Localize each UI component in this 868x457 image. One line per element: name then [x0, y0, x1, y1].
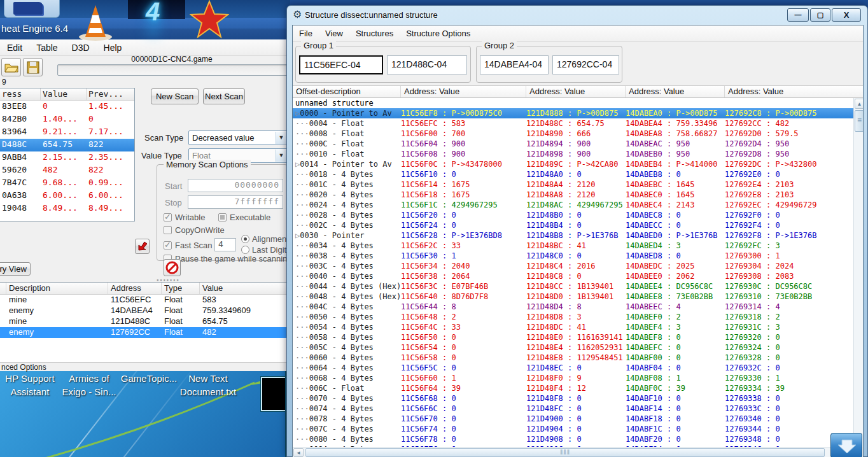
- fast-scan-alignment-field[interactable]: 4: [214, 238, 236, 251]
- address-list-header[interactable]: Description Address Type Value: [0, 283, 290, 295]
- structure-row-0028[interactable]: ···0028 - 4 Bytes11C56F20 : 0121D48B0 : …: [293, 210, 853, 220]
- tree-expand-icon[interactable]: ▷: [295, 109, 300, 118]
- structure-row-0068[interactable]: ···0068 - 4 Bytes11C56F60 : 1121D48F0 : …: [293, 373, 853, 383]
- start-address-field[interactable]: 00000000: [188, 179, 283, 192]
- maximize-button[interactable]: ▢: [810, 8, 830, 22]
- structure-row-0074[interactable]: ···0074 - 4 Bytes11C56F6C : 0121D48FC : …: [293, 404, 853, 414]
- scan-type-dropdown[interactable]: Decreased value ▼: [188, 130, 288, 145]
- group2-address-field-1[interactable]: 14DABEA4-04: [480, 55, 549, 74]
- structure-root-node[interactable]: unnamed structure: [293, 98, 853, 108]
- structure-row-0018[interactable]: ···0018 - 4 Bytes11C56F10 : 0121D48A0 : …: [293, 169, 853, 179]
- tree-expand-icon[interactable]: ▷: [295, 160, 300, 169]
- column-header-value[interactable]: Value: [41, 88, 87, 100]
- scan-result-row[interactable]: 9ABB42.15...2.35...: [0, 151, 134, 164]
- structure-row-0024[interactable]: ···0024 - 4 Bytes11C56F1C : 429496729512…: [293, 200, 853, 210]
- column-header-value[interactable]: Value: [200, 283, 288, 294]
- scan-result-row[interactable]: D488C654.75822: [0, 139, 134, 151]
- structure-row-0080[interactable]: ···0080 - 4 Bytes11C56F78 : 0121D4908 : …: [293, 434, 853, 444]
- dissect-column-header-2[interactable]: Address: Value: [526, 86, 626, 97]
- desktop-shortcut-label[interactable]: Armies ofExigo - Sin...: [62, 372, 116, 398]
- structure-row-0000[interactable]: ▷0000 - Pointer to Av11C56EF8 : P->00D87…: [293, 108, 853, 118]
- address-list-row[interactable]: mine121D488CFloat654.75: [0, 316, 290, 327]
- group1-address-field-2[interactable]: 121D488C-04: [387, 55, 467, 74]
- next-scan-button[interactable]: Next Scan: [203, 88, 245, 104]
- column-header-description[interactable]: Description: [6, 283, 108, 294]
- scan-result-row[interactable]: 839649.21...7.17...: [0, 126, 134, 139]
- ce-menu-edit[interactable]: Edit: [0, 43, 29, 53]
- copyonwrite-checkbox[interactable]: [164, 226, 172, 234]
- column-header-address[interactable]: ress: [0, 88, 41, 100]
- structure-row-0070[interactable]: ···0070 - 4 Bytes11C56F68 : 0121D48F8 : …: [293, 393, 853, 404]
- structure-row-0048[interactable]: ···0048 - 4 Bytes (Hex)11C56F40 : 8D76D7…: [293, 292, 853, 302]
- dissect-column-header-1[interactable]: Address: Value: [401, 86, 526, 97]
- dissect-menu-structure-options[interactable]: Structure Options: [400, 29, 477, 38]
- writable-checkbox[interactable]: [164, 213, 172, 221]
- stop-address-field[interactable]: 7fffffff: [188, 195, 283, 209]
- structure-row-0008[interactable]: ···0008 - Float11C56F00 : 700121D4890 : …: [293, 129, 853, 139]
- scan-result-row[interactable]: 0A6386.00...6.00...: [0, 190, 134, 202]
- column-header-type[interactable]: Type: [162, 283, 200, 294]
- structure-tree[interactable]: unnamed structure ▷0000 - Pointer to Av1…: [293, 98, 853, 447]
- cheat-engine-titlebar[interactable]: heat Engine 6.4: [0, 18, 290, 39]
- dissect-titlebar[interactable]: ⚙ Structure dissect:unnamed structure — …: [287, 6, 867, 25]
- scroll-up-button[interactable]: ▲: [855, 99, 864, 109]
- fast-scan-checkbox[interactable]: [164, 241, 172, 250]
- vertical-scrollbar[interactable]: ▲: [853, 98, 864, 447]
- address-list-row[interactable]: mine11C56EFCFloat583: [0, 295, 290, 306]
- blue-4-icon[interactable]: 4: [128, 0, 185, 19]
- structure-row-003C[interactable]: ···003C - 4 Bytes11C56F34 : 2040121D48C4…: [293, 261, 853, 271]
- change-pointer-button[interactable]: [135, 239, 150, 254]
- dropdown-arrow-icon[interactable]: ▼: [276, 132, 286, 144]
- structure-row-000C[interactable]: ···000C - Float11C56F04 : 900121D4894 : …: [293, 139, 853, 149]
- ce-menu-help[interactable]: Help: [97, 43, 129, 53]
- column-header-address[interactable]: Address: [108, 283, 162, 294]
- dissect-column-header-4[interactable]: Address: Value: [725, 86, 864, 97]
- save-button[interactable]: [23, 58, 43, 76]
- vlc-cone-icon[interactable]: [78, 4, 113, 41]
- scan-result-row[interactable]: 842B01.40...0: [0, 113, 134, 126]
- dissect-column-header-0[interactable]: Offset-description: [293, 86, 401, 97]
- structure-row-0058[interactable]: ···0058 - 4 Bytes11C56F50 : 0121D48E0 : …: [293, 332, 853, 342]
- scan-result-row[interactable]: 59620482822: [0, 164, 134, 177]
- structure-row-006C[interactable]: ···006C - Float11C56F64 : 39121D48F4 : 1…: [293, 383, 853, 393]
- structure-row-0030[interactable]: ▷0030 - Pointer11C56F28 : P->1E376BD8121…: [293, 230, 853, 241]
- last-digits-radio[interactable]: [241, 246, 249, 254]
- dissect-column-header-3[interactable]: Address: Value: [626, 86, 725, 97]
- structure-row-0064[interactable]: ···0064 - 4 Bytes11C56F5C : 0121D48EC : …: [293, 363, 853, 373]
- address-row-active-cell[interactable]: [0, 327, 6, 338]
- structure-row-0054[interactable]: ···0054 - 4 Bytes11C56F4C : 33121D48DC :…: [293, 322, 853, 332]
- structure-row-004C[interactable]: ···004C - 4 Bytes11C56F44 : 8121D48D4 : …: [293, 302, 853, 312]
- dissect-menu-view[interactable]: View: [319, 29, 349, 38]
- desktop-shortcut-label[interactable]: New TextDocument.txt: [180, 372, 236, 398]
- close-button[interactable]: X: [832, 8, 861, 22]
- horizontal-scroll-thumb[interactable]: [305, 448, 825, 457]
- structure-row-001C[interactable]: ···001C - 4 Bytes11C56F14 : 1675121D48A4…: [293, 179, 853, 190]
- memory-view-button[interactable]: ory View: [0, 262, 31, 276]
- desktop-shortcut-label[interactable]: GameTopic...: [121, 372, 177, 385]
- vertical-scroll-thumb[interactable]: [855, 110, 864, 132]
- ce-menu-d3d[interactable]: D3D: [65, 43, 97, 53]
- dissect-menu-file[interactable]: File: [293, 29, 319, 38]
- dissect-menu-structures[interactable]: Structures: [349, 29, 400, 38]
- address-row-active-cell[interactable]: [0, 306, 6, 316]
- dissect-column-headers[interactable]: Offset-descriptionAddress: ValueAddress:…: [293, 85, 864, 98]
- horizontal-scrollbar[interactable]: ◄: [293, 447, 853, 457]
- column-header-active[interactable]: [0, 283, 6, 294]
- structure-row-0040[interactable]: ···0040 - 4 Bytes11C56F38 : 2064121D48C8…: [293, 271, 853, 281]
- structure-row-0078[interactable]: ···0078 - 4 Bytes11C56F70 : 0121D4900 : …: [293, 414, 853, 424]
- scroll-down-big-button[interactable]: [830, 433, 862, 457]
- group1-address-field-1[interactable]: 11C56EFC-04: [299, 55, 383, 74]
- structure-row-0010[interactable]: ···0010 - Float11C56F08 : 900121D4898 : …: [293, 149, 853, 159]
- structure-row-0034[interactable]: ···0034 - 4 Bytes11C56F2C : 33121D48BC :…: [293, 241, 853, 251]
- alignment-radio[interactable]: [241, 235, 249, 243]
- address-row-active-cell[interactable]: [0, 316, 6, 327]
- scan-result-row[interactable]: 83EE801.45...: [0, 101, 134, 113]
- red-star-icon[interactable]: [190, 0, 229, 39]
- scan-results-list[interactable]: ress Value Prev... 83EE801.45...842B01.4…: [0, 88, 135, 221]
- structure-row-002C[interactable]: ···002C - 4 Bytes11C56F24 : 0121D48B4 : …: [293, 220, 853, 230]
- address-list-row[interactable]: enemy127692CCFloat482: [0, 327, 290, 338]
- desktop-shortcut-label[interactable]: HP SupportAssistant: [5, 372, 54, 398]
- dropdown-arrow-icon[interactable]: ▼: [276, 150, 286, 162]
- new-scan-button[interactable]: New Scan: [151, 88, 199, 104]
- address-list-row[interactable]: enemy14DABEA4Float759.3349609: [0, 306, 290, 316]
